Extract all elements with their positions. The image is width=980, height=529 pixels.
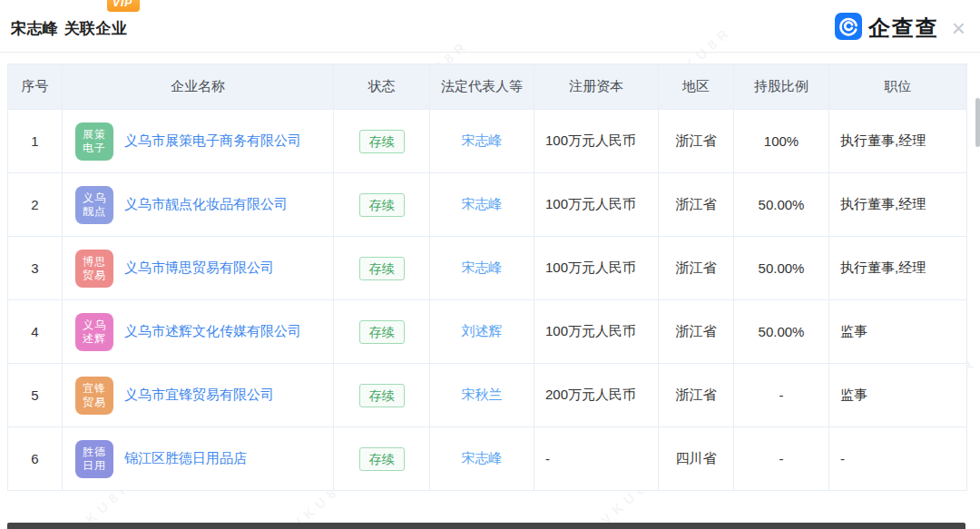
capital-cell: 100万元人民币 [534, 300, 659, 364]
legal-rep-cell: 刘述辉 [430, 300, 534, 364]
column-header-index: 序号 [8, 64, 63, 110]
table-row: 4义乌述辉义乌市述辉文化传媒有限公司存续刘述辉100万元人民币浙江省50.00%… [8, 300, 967, 364]
region-cell: 浙江省 [659, 364, 734, 427]
legal-rep-link[interactable]: 宋志峰 [462, 132, 503, 148]
serial-cell: 4 [8, 300, 63, 364]
close-icon[interactable]: × [952, 16, 965, 40]
column-header-region: 地区 [659, 64, 734, 110]
legal-rep-link[interactable]: 宋志峰 [462, 450, 503, 465]
share-ratio-cell: 50.00% [734, 300, 829, 364]
related-companies-table: 序号企业名称状态法定代表人等注册资本地区持股比例职位 1展策电子义乌市展策电子商… [7, 64, 966, 491]
region-cell: 四川省 [659, 427, 734, 491]
brand-name: 企查查 [868, 14, 939, 43]
legal-rep-link[interactable]: 宋志峰 [462, 196, 503, 211]
capital-cell: 100万元人民币 [534, 110, 659, 173]
vip-badge: VIP [107, 0, 140, 12]
company-cell: 胜德日用锦江区胜德日用品店 [63, 427, 334, 491]
capital-cell: 100万元人民币 [534, 237, 659, 300]
legal-rep-cell: 宋志峰 [430, 110, 534, 173]
status-badge: 存续 [359, 257, 405, 280]
company-name-link[interactable]: 义乌市博思贸易有限公司 [124, 260, 274, 277]
company-logo-badge: 胜德日用 [75, 440, 113, 478]
company-cell: 博思贸易义乌市博思贸易有限公司 [63, 237, 334, 300]
company-logo-badge: 宜锋贸易 [75, 377, 113, 415]
table-header-row: 序号企业名称状态法定代表人等注册资本地区持股比例职位 [8, 64, 967, 110]
qichacha-logo-icon [835, 13, 862, 44]
column-header-capital: 注册资本 [534, 64, 659, 110]
page-title: 宋志峰关联企业 [11, 18, 128, 39]
company-logo-badge: 义乌述辉 [75, 313, 113, 351]
region-cell: 浙江省 [659, 110, 734, 173]
person-name: 宋志峰 [11, 20, 59, 37]
company-logo-badge: 义乌靓点 [75, 186, 113, 224]
position-cell: 执行董事,经理 [829, 110, 967, 173]
share-ratio-cell: 50.00% [734, 237, 829, 300]
column-header-position: 职位 [829, 64, 967, 110]
legal-rep-cell: 宋志峰 [430, 427, 534, 491]
serial-cell: 2 [8, 173, 63, 237]
legal-rep-link[interactable]: 宋志峰 [462, 260, 503, 275]
scrollbar-thumb[interactable] [975, 98, 980, 147]
related-companies-modal: EVKU8REVKU8REVKU8REVKU8REVKU8REVKU8REVKU… [0, 0, 980, 529]
table-row: 5宜锋贸易义乌市宜锋贸易有限公司存续宋秋兰200万元人民币浙江省-监事 [8, 364, 967, 427]
company-name-link[interactable]: 义乌市宜锋贸易有限公司 [124, 387, 274, 404]
status-cell: 存续 [334, 300, 430, 364]
qichacha-brand[interactable]: 企查查 [835, 13, 939, 44]
status-cell: 存续 [334, 237, 430, 300]
position-cell: 监事 [829, 364, 967, 427]
company-logo-badge: 博思贸易 [75, 250, 113, 288]
table-row: 2义乌靓点义乌市靓点化妆品有限公司存续宋志峰100万元人民币浙江省50.00%执… [8, 173, 967, 237]
position-cell: 执行董事,经理 [829, 237, 967, 300]
column-header-company: 企业名称 [63, 64, 334, 110]
background-page-edge [7, 523, 965, 529]
status-cell: 存续 [334, 427, 430, 491]
legal-rep-cell: 宋秋兰 [430, 364, 534, 427]
capital-cell: 100万元人民币 [534, 173, 659, 237]
status-cell: 存续 [334, 173, 430, 237]
table-row: 1展策电子义乌市展策电子商务有限公司存续宋志峰100万元人民币浙江省100%执行… [8, 110, 967, 173]
company-name-link[interactable]: 义乌市述辉文化传媒有限公司 [124, 323, 301, 340]
capital-cell: 200万元人民币 [534, 364, 659, 427]
legal-rep-link[interactable]: 宋秋兰 [462, 387, 503, 402]
status-cell: 存续 [334, 364, 430, 427]
position-cell: 执行董事,经理 [829, 173, 967, 237]
serial-cell: 5 [8, 364, 63, 427]
share-ratio-cell: - [734, 427, 829, 491]
legal-rep-link[interactable]: 刘述辉 [462, 323, 503, 338]
status-badge: 存续 [359, 193, 405, 217]
share-ratio-cell: - [734, 364, 829, 427]
company-cell: 宜锋贸易义乌市宜锋贸易有限公司 [63, 364, 334, 427]
column-header-status: 状态 [334, 64, 430, 110]
company-cell: 义乌述辉义乌市述辉文化传媒有限公司 [63, 300, 334, 364]
status-badge: 存续 [359, 384, 405, 407]
share-ratio-cell: 50.00% [734, 173, 829, 237]
serial-cell: 1 [8, 110, 63, 173]
serial-cell: 3 [8, 237, 63, 300]
table-row: 3博思贸易义乌市博思贸易有限公司存续宋志峰100万元人民币浙江省50.00%执行… [8, 237, 967, 300]
position-cell: 监事 [829, 300, 967, 364]
region-cell: 浙江省 [659, 300, 734, 364]
company-logo-badge: 展策电子 [75, 122, 113, 161]
company-cell: 展策电子义乌市展策电子商务有限公司 [63, 110, 334, 173]
modal-header: VIP 宋志峰关联企业 企查查 × [0, 0, 980, 53]
legal-rep-cell: 宋志峰 [430, 173, 534, 237]
company-cell: 义乌靓点义乌市靓点化妆品有限公司 [63, 173, 334, 237]
position-cell: - [829, 427, 967, 491]
share-ratio-cell: 100% [734, 110, 829, 173]
region-cell: 浙江省 [659, 237, 734, 300]
column-header-legal_rep: 法定代表人等 [430, 64, 534, 110]
serial-cell: 6 [8, 427, 63, 491]
status-cell: 存续 [334, 110, 430, 173]
capital-cell: - [534, 427, 659, 491]
status-badge: 存续 [359, 130, 405, 153]
company-name-link[interactable]: 义乌市靓点化妆品有限公司 [124, 196, 288, 213]
title-suffix: 关联企业 [64, 20, 128, 37]
status-badge: 存续 [359, 447, 405, 471]
status-badge: 存续 [359, 320, 405, 344]
column-header-share: 持股比例 [734, 64, 829, 110]
legal-rep-cell: 宋志峰 [430, 237, 534, 300]
region-cell: 浙江省 [659, 173, 734, 237]
company-name-link[interactable]: 义乌市展策电子商务有限公司 [124, 132, 301, 150]
company-name-link[interactable]: 锦江区胜德日用品店 [124, 450, 247, 467]
table-row: 6胜德日用锦江区胜德日用品店存续宋志峰-四川省-- [8, 427, 967, 491]
